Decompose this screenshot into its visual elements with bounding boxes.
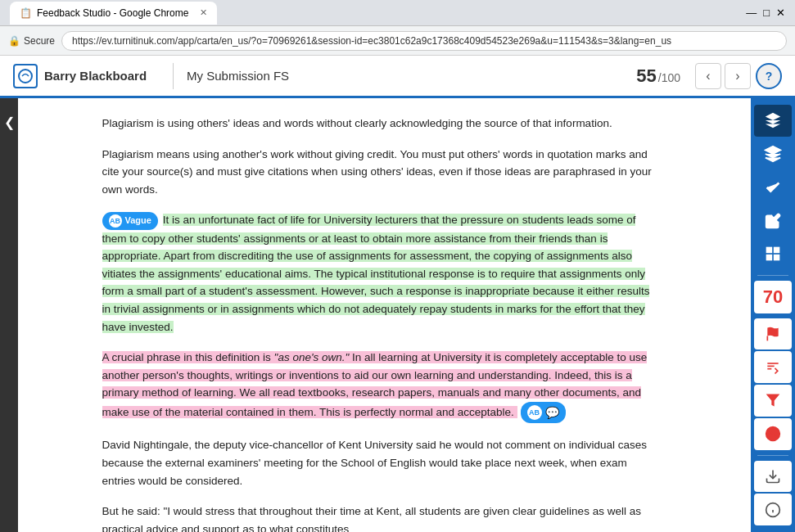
paragraph-1: Plagiarism is using others' ideas and wo…	[102, 115, 659, 133]
grid-button[interactable]	[754, 238, 792, 270]
svg-rect-4	[775, 255, 779, 260]
para1-text: Plagiarism is using others' ideas and wo…	[102, 117, 612, 129]
similarity-score-box: 70	[754, 281, 792, 313]
browser-addressbar: 🔒 Secure https://ev.turnitinuk.com/app/c…	[0, 26, 795, 56]
app-logo: Barry Blackboard	[13, 64, 160, 88]
tab-favicon: 📋	[20, 7, 32, 19]
browser-window-controls: — □ ✕	[746, 7, 785, 19]
minimize-icon[interactable]: —	[746, 7, 757, 19]
flag-filter-button[interactable]	[754, 318, 792, 350]
svg-marker-9	[766, 394, 780, 407]
close-icon[interactable]: ✕	[776, 7, 785, 19]
sort-filter-button[interactable]	[754, 351, 792, 383]
svg-rect-2	[775, 248, 779, 253]
prev-button[interactable]: ‹	[695, 63, 721, 89]
ab-avatar-bubble: AB	[527, 405, 542, 420]
paragraph-5: David Nightingale, the deputy vice-chanc…	[102, 436, 659, 489]
document-area[interactable]: Plagiarism is using others' ideas and wo…	[18, 98, 751, 532]
vague-badge[interactable]: AB Vague	[102, 212, 158, 230]
edit-button[interactable]	[754, 205, 792, 237]
tab-title: Feedback Studio - Google Chrome	[37, 7, 188, 19]
svg-rect-3	[767, 255, 772, 260]
check-button[interactable]	[754, 171, 792, 203]
panel-divider-2	[757, 455, 788, 456]
paragraph-6: But he said: "I would stress that throug…	[102, 503, 659, 532]
turnitin-logo-icon	[13, 64, 38, 88]
right-panel: 70	[751, 98, 795, 532]
layers-button-1[interactable]	[754, 105, 792, 137]
main-layout: ❮ Plagiarism is using others' ideas and …	[0, 98, 795, 532]
paragraph-4: A crucial phrase in this definition is "…	[102, 349, 659, 423]
document-content: Plagiarism is using others' ideas and wo…	[102, 115, 659, 532]
para2-text: Plagiarism means using another's work wi…	[102, 148, 652, 196]
layers-button-2[interactable]	[754, 138, 792, 170]
paragraph-3: AB Vague It is an unfortunate fact of li…	[102, 211, 659, 336]
similarity-score-value: 70	[763, 288, 783, 306]
chat-icon: 💬	[545, 404, 559, 422]
url-bar[interactable]: https://ev.turnitinuk.com/app/carta/en_u…	[61, 31, 787, 51]
header-score-display: 55 /100	[636, 65, 680, 87]
ab-avatar: AB	[109, 214, 122, 228]
para6-text: But he said: "I would stress that throug…	[102, 505, 641, 532]
para4-italic: "as one's own."	[274, 351, 350, 363]
next-button[interactable]: ›	[725, 63, 751, 89]
browser-tab[interactable]: 📋 Feedback Studio - Google Chrome ✕	[10, 2, 217, 25]
submission-title: My Submission FS	[187, 69, 289, 83]
user-name: Barry Blackboard	[44, 69, 147, 83]
score-total: /100	[658, 71, 680, 84]
browser-titlebar: 📋 Feedback Studio - Google Chrome ✕ — □ …	[0, 0, 795, 26]
secure-label: Secure	[24, 35, 55, 47]
para3-text-highlighted: It is an unfortunate fact of life for Un…	[102, 214, 650, 332]
lock-icon: 🔒	[8, 35, 20, 47]
similarity-score: 55	[636, 65, 656, 87]
comment-bubble[interactable]: AB 💬	[521, 402, 566, 423]
app-header: Barry Blackboard My Submission FS 55 /10…	[0, 56, 795, 98]
secure-badge: 🔒 Secure	[8, 35, 55, 47]
maximize-icon[interactable]: □	[763, 7, 770, 19]
svg-rect-1	[767, 248, 772, 253]
header-divider	[173, 63, 174, 89]
info-button[interactable]	[754, 494, 792, 525]
download-button[interactable]	[754, 461, 792, 493]
funnel-button[interactable]	[754, 385, 792, 417]
sidebar-toggle-icon: ❮	[4, 115, 15, 130]
paragraph-2: Plagiarism means using another's work wi…	[102, 146, 659, 199]
left-sidebar-toggle[interactable]: ❮	[0, 98, 18, 532]
para5-text: David Nightingale, the deputy vice-chanc…	[102, 439, 648, 486]
ban-button[interactable]	[754, 418, 792, 450]
tab-close-icon[interactable]: ✕	[200, 7, 207, 18]
vague-label: Vague	[125, 214, 151, 228]
help-button[interactable]: ?	[756, 63, 782, 89]
svg-point-0	[19, 70, 32, 83]
panel-divider-1	[757, 275, 788, 276]
